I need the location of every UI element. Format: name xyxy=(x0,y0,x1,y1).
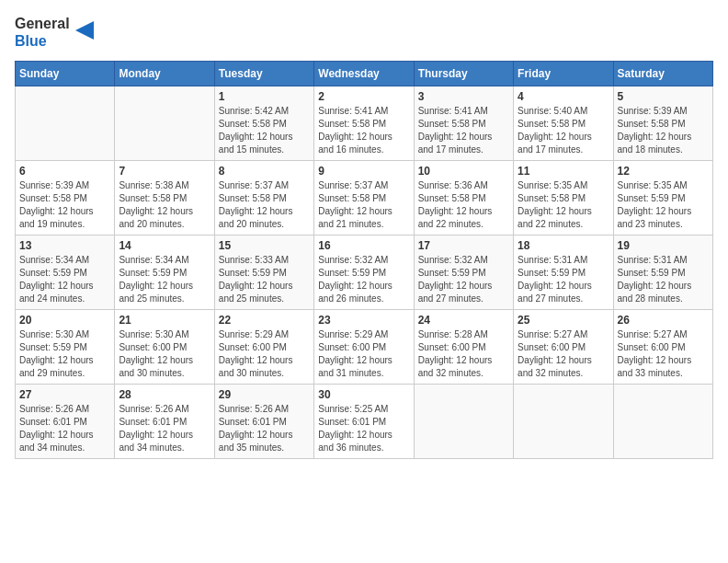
calendar-cell: 19Sunrise: 5:31 AM Sunset: 5:59 PM Dayli… xyxy=(613,236,712,310)
day-info: Sunrise: 5:31 AM Sunset: 5:59 PM Dayligh… xyxy=(618,254,709,305)
calendar-cell: 15Sunrise: 5:33 AM Sunset: 5:59 PM Dayli… xyxy=(214,236,313,310)
day-number: 29 xyxy=(219,388,310,401)
calendar-cell: 2Sunrise: 5:41 AM Sunset: 5:58 PM Daylig… xyxy=(314,86,414,161)
calendar-cell: 23Sunrise: 5:29 AM Sunset: 6:00 PM Dayli… xyxy=(314,310,414,385)
calendar-cell: 22Sunrise: 5:29 AM Sunset: 6:00 PM Dayli… xyxy=(214,310,313,385)
day-number: 24 xyxy=(418,314,509,327)
week-row-5: 27Sunrise: 5:26 AM Sunset: 6:01 PM Dayli… xyxy=(16,385,713,459)
day-info: Sunrise: 5:27 AM Sunset: 6:00 PM Dayligh… xyxy=(618,328,709,380)
day-info: Sunrise: 5:41 AM Sunset: 5:58 PM Dayligh… xyxy=(418,105,509,156)
day-info: Sunrise: 5:26 AM Sunset: 6:01 PM Dayligh… xyxy=(219,403,310,454)
day-info: Sunrise: 5:29 AM Sunset: 6:00 PM Dayligh… xyxy=(219,328,310,380)
week-row-4: 20Sunrise: 5:30 AM Sunset: 5:59 PM Dayli… xyxy=(16,310,713,385)
weekday-sunday: Sunday xyxy=(16,62,115,86)
calendar-cell: 28Sunrise: 5:26 AM Sunset: 6:01 PM Dayli… xyxy=(115,385,214,459)
day-number: 5 xyxy=(618,90,709,103)
calendar-cell: 20Sunrise: 5:30 AM Sunset: 5:59 PM Dayli… xyxy=(16,310,115,385)
weekday-monday: Monday xyxy=(115,62,214,86)
day-number: 25 xyxy=(518,314,609,327)
day-number: 4 xyxy=(518,90,609,103)
calendar-cell: 5Sunrise: 5:39 AM Sunset: 5:58 PM Daylig… xyxy=(613,86,712,161)
day-info: Sunrise: 5:30 AM Sunset: 6:00 PM Dayligh… xyxy=(119,328,210,380)
weekday-thursday: Thursday xyxy=(414,62,513,86)
day-number: 21 xyxy=(119,314,210,327)
week-row-2: 6Sunrise: 5:39 AM Sunset: 5:58 PM Daylig… xyxy=(16,161,713,236)
calendar-cell: 26Sunrise: 5:27 AM Sunset: 6:00 PM Dayli… xyxy=(613,310,712,385)
calendar-cell: 24Sunrise: 5:28 AM Sunset: 6:00 PM Dayli… xyxy=(414,310,513,385)
day-info: Sunrise: 5:42 AM Sunset: 5:58 PM Dayligh… xyxy=(219,105,310,156)
day-number: 20 xyxy=(19,314,110,327)
day-info: Sunrise: 5:38 AM Sunset: 5:58 PM Dayligh… xyxy=(119,179,210,231)
calendar-cell: 1Sunrise: 5:42 AM Sunset: 5:58 PM Daylig… xyxy=(214,86,313,161)
day-info: Sunrise: 5:32 AM Sunset: 5:59 PM Dayligh… xyxy=(318,254,409,305)
calendar-cell: 16Sunrise: 5:32 AM Sunset: 5:59 PM Dayli… xyxy=(314,236,414,310)
day-number: 3 xyxy=(418,90,509,103)
day-number: 10 xyxy=(418,165,509,178)
day-number: 14 xyxy=(119,239,210,252)
calendar-cell: 13Sunrise: 5:34 AM Sunset: 5:59 PM Dayli… xyxy=(16,236,115,310)
calendar-cell: 7Sunrise: 5:38 AM Sunset: 5:58 PM Daylig… xyxy=(115,161,214,236)
day-info: Sunrise: 5:26 AM Sunset: 6:01 PM Dayligh… xyxy=(19,403,110,454)
day-info: Sunrise: 5:37 AM Sunset: 5:58 PM Dayligh… xyxy=(219,179,310,231)
day-number: 8 xyxy=(219,165,310,178)
day-number: 27 xyxy=(19,388,110,401)
calendar-cell: 29Sunrise: 5:26 AM Sunset: 6:01 PM Dayli… xyxy=(214,385,313,459)
calendar-cell: 21Sunrise: 5:30 AM Sunset: 6:00 PM Dayli… xyxy=(115,310,214,385)
day-number: 26 xyxy=(618,314,709,327)
calendar-cell: 8Sunrise: 5:37 AM Sunset: 5:58 PM Daylig… xyxy=(214,161,313,236)
day-info: Sunrise: 5:35 AM Sunset: 5:58 PM Dayligh… xyxy=(518,179,609,231)
day-number: 7 xyxy=(119,165,210,178)
day-number: 19 xyxy=(618,239,709,252)
day-number: 15 xyxy=(219,239,310,252)
calendar-cell xyxy=(613,385,712,459)
calendar-cell: 6Sunrise: 5:39 AM Sunset: 5:58 PM Daylig… xyxy=(16,161,115,236)
calendar-cell: 12Sunrise: 5:35 AM Sunset: 5:59 PM Dayli… xyxy=(613,161,712,236)
day-number: 18 xyxy=(518,239,609,252)
day-number: 16 xyxy=(318,239,409,252)
day-number: 6 xyxy=(19,165,110,178)
day-info: Sunrise: 5:26 AM Sunset: 6:01 PM Dayligh… xyxy=(119,403,210,454)
calendar-cell: 9Sunrise: 5:37 AM Sunset: 5:58 PM Daylig… xyxy=(314,161,414,236)
calendar-cell: 18Sunrise: 5:31 AM Sunset: 5:59 PM Dayli… xyxy=(514,236,613,310)
day-info: Sunrise: 5:32 AM Sunset: 5:59 PM Dayligh… xyxy=(418,254,509,305)
day-info: Sunrise: 5:34 AM Sunset: 5:59 PM Dayligh… xyxy=(19,254,110,305)
calendar-cell: 11Sunrise: 5:35 AM Sunset: 5:58 PM Dayli… xyxy=(514,161,613,236)
day-number: 13 xyxy=(19,239,110,252)
calendar-table: SundayMondayTuesdayWednesdayThursdayFrid… xyxy=(15,61,713,459)
day-info: Sunrise: 5:39 AM Sunset: 5:58 PM Dayligh… xyxy=(19,179,110,231)
logo-text: General Blue xyxy=(15,15,70,50)
day-number: 1 xyxy=(219,90,310,103)
logo-arrow-icon xyxy=(75,21,94,40)
day-info: Sunrise: 5:30 AM Sunset: 5:59 PM Dayligh… xyxy=(19,328,110,380)
day-number: 12 xyxy=(618,165,709,178)
svg-marker-0 xyxy=(75,21,94,40)
calendar-cell xyxy=(115,86,214,161)
day-info: Sunrise: 5:28 AM Sunset: 6:00 PM Dayligh… xyxy=(418,328,509,380)
day-info: Sunrise: 5:25 AM Sunset: 6:01 PM Dayligh… xyxy=(318,403,409,454)
day-info: Sunrise: 5:33 AM Sunset: 5:59 PM Dayligh… xyxy=(219,254,310,305)
day-info: Sunrise: 5:34 AM Sunset: 5:59 PM Dayligh… xyxy=(119,254,210,305)
day-number: 11 xyxy=(518,165,609,178)
week-row-3: 13Sunrise: 5:34 AM Sunset: 5:59 PM Dayli… xyxy=(16,236,713,310)
day-number: 28 xyxy=(119,388,210,401)
day-info: Sunrise: 5:37 AM Sunset: 5:58 PM Dayligh… xyxy=(318,179,409,231)
day-number: 23 xyxy=(318,314,409,327)
weekday-tuesday: Tuesday xyxy=(214,62,313,86)
calendar-header: SundayMondayTuesdayWednesdayThursdayFrid… xyxy=(16,62,713,86)
day-number: 17 xyxy=(418,239,509,252)
calendar-cell: 3Sunrise: 5:41 AM Sunset: 5:58 PM Daylig… xyxy=(414,86,513,161)
day-number: 9 xyxy=(318,165,409,178)
logo: General Blue xyxy=(15,15,94,50)
day-number: 2 xyxy=(318,90,409,103)
weekday-wednesday: Wednesday xyxy=(314,62,414,86)
week-row-1: 1Sunrise: 5:42 AM Sunset: 5:58 PM Daylig… xyxy=(16,86,713,161)
calendar-cell: 10Sunrise: 5:36 AM Sunset: 5:58 PM Dayli… xyxy=(414,161,513,236)
calendar-cell: 25Sunrise: 5:27 AM Sunset: 6:00 PM Dayli… xyxy=(514,310,613,385)
page-header: General Blue xyxy=(15,15,713,50)
day-info: Sunrise: 5:41 AM Sunset: 5:58 PM Dayligh… xyxy=(318,105,409,156)
day-info: Sunrise: 5:36 AM Sunset: 5:58 PM Dayligh… xyxy=(418,179,509,231)
weekday-saturday: Saturday xyxy=(613,62,712,86)
day-info: Sunrise: 5:31 AM Sunset: 5:59 PM Dayligh… xyxy=(518,254,609,305)
calendar-cell: 30Sunrise: 5:25 AM Sunset: 6:01 PM Dayli… xyxy=(314,385,414,459)
calendar-cell xyxy=(16,86,115,161)
